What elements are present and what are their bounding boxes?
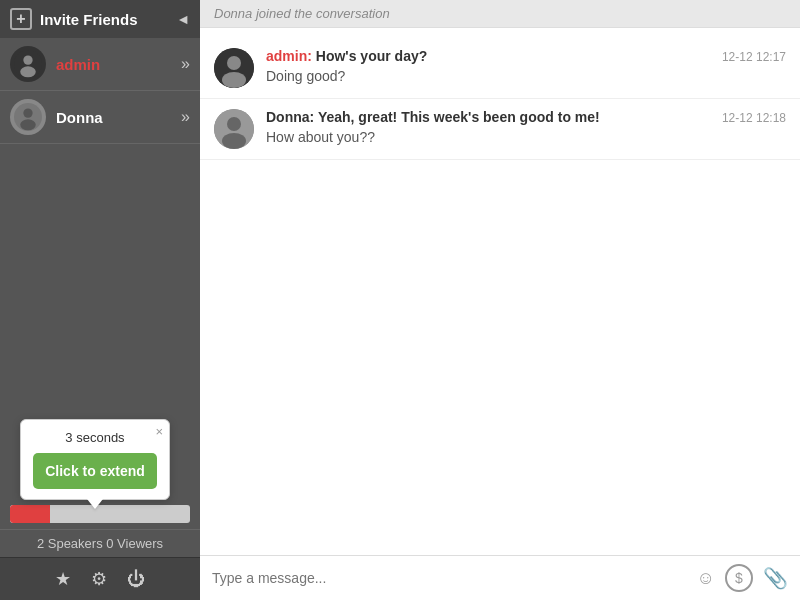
svg-point-2 bbox=[20, 66, 36, 77]
attach-button[interactable]: 📎 bbox=[763, 566, 788, 590]
msg-header-donna: Donna: Yeah, great! This week's been goo… bbox=[266, 109, 786, 125]
msg-time-donna: 12-12 12:18 bbox=[722, 111, 786, 125]
msg-sender-admin: admin: How's your day? bbox=[266, 48, 427, 64]
star-icon[interactable]: ★ bbox=[55, 568, 71, 590]
sidebar-title: Invite Friends bbox=[40, 11, 138, 28]
username-donna: Donna bbox=[56, 109, 181, 126]
msg-body-admin: Doing good? bbox=[266, 66, 786, 87]
add-friend-icon[interactable]: + bbox=[10, 8, 32, 30]
msg-header-admin: admin: How's your day? 12-12 12:17 bbox=[266, 48, 786, 64]
svg-point-5 bbox=[20, 119, 36, 130]
user-item-donna[interactable]: Donna » bbox=[0, 91, 200, 144]
avatar-donna bbox=[10, 99, 46, 135]
seconds-label: 3 seconds bbox=[33, 430, 157, 445]
join-notification: Donna joined the conversation bbox=[200, 0, 800, 28]
emoji-button[interactable]: ☺ bbox=[697, 568, 715, 589]
sidebar: + Invite Friends ◄ admin » bbox=[0, 0, 200, 600]
tooltip-close-button[interactable]: × bbox=[155, 424, 163, 439]
sidebar-header-left: + Invite Friends bbox=[10, 8, 138, 30]
chat-icons: ☺ $ 📎 bbox=[697, 564, 788, 592]
svg-point-4 bbox=[23, 108, 32, 117]
chat-input-area: ☺ $ 📎 bbox=[200, 555, 800, 600]
gear-icon[interactable]: ⚙ bbox=[91, 568, 107, 590]
chat-area: Donna joined the conversation admin: How… bbox=[200, 0, 800, 600]
sidebar-toolbar: ★ ⚙ ⏻ bbox=[0, 557, 200, 600]
message-item-admin: admin: How's your day? 12-12 12:17 Doing… bbox=[200, 38, 800, 99]
svg-point-1 bbox=[23, 55, 32, 64]
message-item-donna: Donna: Yeah, great! This week's been goo… bbox=[200, 99, 800, 160]
svg-point-11 bbox=[222, 133, 246, 149]
msg-body-donna: How about you?? bbox=[266, 127, 786, 148]
sidebar-header: + Invite Friends ◄ bbox=[0, 0, 200, 38]
chevron-right-donna: » bbox=[181, 108, 190, 126]
collapse-icon[interactable]: ◄ bbox=[176, 11, 190, 27]
extend-button[interactable]: Click to extend bbox=[33, 453, 157, 489]
message-input[interactable] bbox=[212, 570, 697, 586]
msg-content-donna: Donna: Yeah, great! This week's been goo… bbox=[266, 109, 786, 148]
power-icon[interactable]: ⏻ bbox=[127, 569, 145, 590]
dollar-button[interactable]: $ bbox=[725, 564, 753, 592]
chevron-right-admin: » bbox=[181, 55, 190, 73]
msg-sender-donna: Donna: Yeah, great! This week's been goo… bbox=[266, 109, 600, 125]
msg-content-admin: admin: How's your day? 12-12 12:17 Doing… bbox=[266, 48, 786, 87]
svg-point-8 bbox=[222, 72, 246, 88]
avatar-admin bbox=[10, 46, 46, 82]
user-item-admin[interactable]: admin » bbox=[0, 38, 200, 91]
svg-point-7 bbox=[227, 56, 241, 70]
progress-bar-fill bbox=[10, 505, 50, 523]
messages-container: admin: How's your day? 12-12 12:17 Doing… bbox=[200, 28, 800, 555]
msg-avatar-admin bbox=[214, 48, 254, 88]
msg-time-admin: 12-12 12:17 bbox=[722, 50, 786, 64]
svg-point-10 bbox=[227, 117, 241, 131]
speakers-count: 2 Speakers 0 Viewers bbox=[37, 536, 163, 551]
username-admin: admin bbox=[56, 56, 181, 73]
speakers-bar: 2 Speakers 0 Viewers bbox=[0, 529, 200, 557]
extend-tooltip: × 3 seconds Click to extend bbox=[20, 419, 170, 500]
msg-avatar-donna bbox=[214, 109, 254, 149]
